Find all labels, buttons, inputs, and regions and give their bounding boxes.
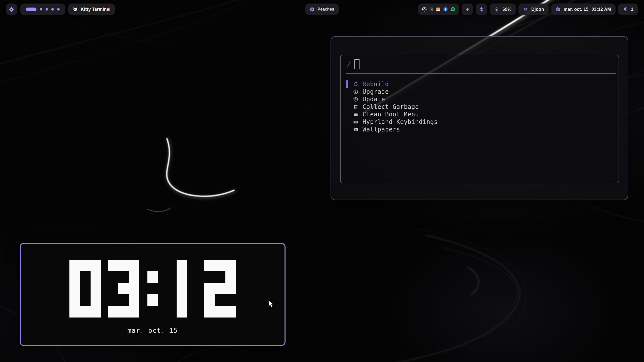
digit-segment — [129, 271, 139, 283]
digit-segment — [177, 271, 187, 283]
network-pill[interactable]: Djoon — [518, 4, 549, 15]
menu-item-list: Rebuild Upgrade Update Collect GarbageCl… — [341, 80, 619, 133]
menu-item-label: Rebuild — [363, 81, 389, 88]
clock-time-display — [21, 260, 285, 318]
bluetooth-icon — [479, 7, 484, 12]
menu-item-label: Wallpapers — [363, 126, 400, 133]
clock-digit — [204, 260, 236, 318]
menu-item[interactable]: Update — [341, 96, 619, 103]
volume-icon — [465, 7, 470, 12]
battery-pill[interactable]: 69% — [490, 4, 516, 15]
calendar-icon — [556, 7, 561, 12]
digit-segment — [91, 260, 101, 271]
bluetooth-button[interactable] — [476, 4, 487, 15]
obs-icon[interactable] — [422, 7, 427, 12]
digit-segment — [91, 294, 101, 306]
digit-segment — [215, 260, 225, 271]
trash-icon — [353, 104, 359, 110]
digit-segment — [69, 260, 80, 271]
menu-item[interactable]: Upgrade — [341, 88, 619, 96]
refresh-icon — [353, 81, 359, 87]
battery-icon — [494, 7, 499, 12]
workspace-active[interactable] — [26, 8, 36, 11]
workspace-dot[interactable] — [51, 8, 54, 11]
keyboard-icon — [353, 119, 359, 125]
menu-item[interactable]: Rebuild — [341, 80, 619, 88]
menu-item[interactable]: Wallpapers — [341, 126, 619, 133]
active-window-pill[interactable]: Kitty Terminal — [68, 4, 115, 15]
media-pill[interactable]: Peaches — [305, 4, 339, 15]
volume-button[interactable] — [462, 4, 473, 15]
digit-segment — [204, 283, 215, 294]
top-bar-right: K 69% Djoon — [418, 4, 638, 15]
top-bar: Kitty Terminal Peaches K — [0, 4, 644, 16]
colon-dot — [147, 271, 158, 283]
files-app-icon[interactable] — [436, 7, 441, 12]
digit-segment — [215, 283, 225, 294]
digit-segment — [118, 260, 129, 271]
active-window-label: Kitty Terminal — [81, 7, 110, 12]
bell-icon — [623, 7, 628, 12]
cat-icon — [73, 7, 78, 12]
menu-item[interactable]: Clean Boot Menu — [341, 111, 619, 118]
digit-segment — [204, 306, 215, 318]
clock-digit — [69, 260, 101, 318]
image-icon — [353, 127, 359, 132]
wifi-icon — [523, 7, 528, 12]
digit-segment — [129, 283, 139, 294]
menu-item[interactable]: Hyprland Keybindings — [341, 118, 619, 126]
bar-time: 03:12 AM — [591, 7, 611, 12]
digit-segment — [91, 283, 101, 294]
digit-segment — [225, 271, 236, 283]
workspaces-pill — [20, 4, 65, 15]
digit-segment — [225, 260, 236, 271]
launcher-button[interactable] — [6, 4, 17, 15]
digit-segment — [118, 306, 129, 318]
clock-colon — [146, 260, 159, 318]
menu-item-label: Collect Garbage — [363, 103, 419, 110]
spotify-tray-icon[interactable] — [450, 7, 455, 12]
k-app-icon[interactable]: K — [429, 7, 433, 12]
digit-segment — [177, 283, 187, 294]
spotify-icon — [310, 7, 314, 12]
colon-dot — [147, 294, 158, 306]
download-circle-icon — [353, 89, 359, 95]
search-row[interactable]: / — [341, 55, 619, 73]
digit-segment — [225, 283, 236, 294]
launcher-menu-window: / Rebuild Upgrade Update Collect Garbage… — [331, 36, 628, 200]
datetime-pill[interactable]: mar. oct. 15 03:12 AM — [551, 4, 616, 15]
digit-segment — [118, 283, 129, 294]
gear-icon — [9, 7, 14, 12]
digit-segment — [177, 306, 187, 318]
digit-segment — [204, 294, 215, 306]
digit-segment — [69, 283, 80, 294]
menu-item-label: Clean Boot Menu — [363, 111, 419, 118]
digit-segment — [80, 260, 91, 271]
media-track-label: Peaches — [317, 7, 334, 12]
system-tray: K — [418, 4, 459, 15]
top-bar-left: Kitty Terminal — [6, 4, 115, 15]
clock-date: mar. oct. 15 — [21, 327, 285, 334]
notifications-pill[interactable]: 1 — [618, 4, 638, 15]
notification-count: 1 — [631, 7, 633, 12]
top-bar-center: Peaches — [305, 4, 339, 15]
digit-segment — [177, 260, 187, 271]
digit-segment — [129, 306, 139, 318]
network-ssid: Djoon — [531, 7, 544, 12]
selection-indicator — [346, 80, 348, 88]
menu-item[interactable]: Collect Garbage — [341, 103, 619, 111]
digit-segment — [69, 306, 80, 318]
menu-item-label: Hyprland Keybindings — [363, 118, 438, 125]
digit-segment — [91, 271, 101, 283]
workspace-dot[interactable] — [57, 8, 60, 11]
menu-item-label: Upgrade — [363, 88, 389, 95]
workspace-dot[interactable] — [40, 8, 42, 11]
history-icon — [353, 97, 359, 102]
clock-widget: mar. oct. 15 — [20, 243, 286, 346]
mouse-cursor — [268, 300, 275, 309]
clock-digit — [108, 260, 139, 318]
digit-segment — [177, 294, 187, 306]
bluetooth-tray-icon[interactable] — [443, 7, 448, 12]
workspace-dot[interactable] — [46, 8, 48, 11]
digit-segment — [69, 294, 80, 306]
